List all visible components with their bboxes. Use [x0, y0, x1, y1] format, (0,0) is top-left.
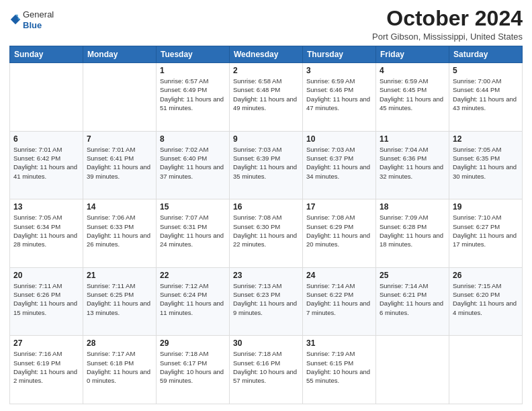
- table-row: 29Sunrise: 7:18 AM Sunset: 6:17 PM Dayli…: [157, 336, 230, 404]
- day-number: 25: [380, 271, 445, 280]
- table-row: 23Sunrise: 7:13 AM Sunset: 6:23 PM Dayli…: [230, 267, 303, 336]
- calendar-header-row: Sunday Monday Tuesday Wednesday Thursday…: [10, 46, 523, 63]
- table-row: 19Sunrise: 7:10 AM Sunset: 6:27 PM Dayli…: [449, 199, 523, 268]
- table-row: 11Sunrise: 7:04 AM Sunset: 6:36 PM Dayli…: [376, 131, 449, 199]
- day-number: 16: [233, 202, 299, 212]
- table-row: 9Sunrise: 7:03 AM Sunset: 6:39 PM Daylig…: [230, 131, 303, 199]
- day-info: Sunrise: 7:00 AM Sunset: 6:44 PM Dayligh…: [453, 77, 519, 112]
- table-row: 4Sunrise: 6:59 AM Sunset: 6:45 PM Daylig…: [376, 63, 449, 132]
- day-info: Sunrise: 6:58 AM Sunset: 6:48 PM Dayligh…: [233, 77, 299, 112]
- day-info: Sunrise: 7:11 AM Sunset: 6:25 PM Dayligh…: [87, 281, 152, 317]
- day-info: Sunrise: 6:59 AM Sunset: 6:46 PM Dayligh…: [306, 77, 372, 112]
- day-number: 3: [306, 66, 372, 75]
- day-number: 1: [160, 66, 226, 75]
- table-row: 20Sunrise: 7:11 AM Sunset: 6:26 PM Dayli…: [10, 267, 83, 336]
- day-info: Sunrise: 6:59 AM Sunset: 6:45 PM Dayligh…: [380, 77, 445, 112]
- day-info: Sunrise: 7:15 AM Sunset: 6:20 PM Dayligh…: [453, 281, 519, 317]
- table-row: [83, 63, 157, 132]
- day-info: Sunrise: 7:07 AM Sunset: 6:31 PM Dayligh…: [160, 213, 226, 248]
- day-number: 24: [306, 271, 372, 280]
- day-number: 21: [87, 271, 152, 280]
- day-number: 11: [380, 134, 445, 144]
- logo-general-text: General: [23, 9, 54, 20]
- day-number: 26: [453, 271, 519, 280]
- table-row: 21Sunrise: 7:11 AM Sunset: 6:25 PM Dayli…: [83, 267, 157, 336]
- logo-blue-text: Blue: [23, 20, 54, 31]
- day-number: 12: [453, 134, 519, 144]
- day-number: 7: [87, 134, 152, 144]
- day-number: 18: [380, 202, 445, 212]
- day-number: 27: [13, 338, 79, 348]
- table-row: [10, 63, 83, 132]
- table-row: 14Sunrise: 7:06 AM Sunset: 6:33 PM Dayli…: [83, 199, 157, 268]
- day-info: Sunrise: 7:10 AM Sunset: 6:27 PM Dayligh…: [453, 213, 519, 248]
- day-info: Sunrise: 7:18 AM Sunset: 6:16 PM Dayligh…: [233, 349, 299, 385]
- day-info: Sunrise: 7:06 AM Sunset: 6:33 PM Dayligh…: [87, 213, 152, 248]
- table-row: 2Sunrise: 6:58 AM Sunset: 6:48 PM Daylig…: [230, 63, 303, 132]
- col-thursday: Thursday: [303, 46, 376, 63]
- day-number: 29: [160, 338, 226, 348]
- day-number: 13: [13, 202, 79, 212]
- table-row: 28Sunrise: 7:17 AM Sunset: 6:18 PM Dayli…: [83, 336, 157, 404]
- col-sunday: Sunday: [10, 46, 83, 63]
- calendar-table: Sunday Monday Tuesday Wednesday Thursday…: [9, 46, 523, 404]
- table-row: 6Sunrise: 7:01 AM Sunset: 6:42 PM Daylig…: [10, 131, 83, 199]
- col-monday: Monday: [83, 46, 157, 63]
- day-number: 14: [87, 202, 152, 212]
- table-row: 26Sunrise: 7:15 AM Sunset: 6:20 PM Dayli…: [449, 267, 523, 336]
- day-info: Sunrise: 7:05 AM Sunset: 6:34 PM Dayligh…: [13, 213, 79, 248]
- day-number: 5: [453, 66, 519, 75]
- location: Port Gibson, Mississippi, United States: [372, 32, 523, 42]
- table-row: 24Sunrise: 7:14 AM Sunset: 6:22 PM Dayli…: [303, 267, 376, 336]
- day-info: Sunrise: 7:08 AM Sunset: 6:29 PM Dayligh…: [306, 213, 372, 248]
- day-number: 15: [160, 202, 226, 212]
- table-row: 15Sunrise: 7:07 AM Sunset: 6:31 PM Dayli…: [157, 199, 230, 268]
- day-info: Sunrise: 7:14 AM Sunset: 6:22 PM Dayligh…: [306, 281, 372, 317]
- day-info: Sunrise: 7:03 AM Sunset: 6:37 PM Dayligh…: [306, 145, 372, 181]
- day-info: Sunrise: 7:17 AM Sunset: 6:18 PM Dayligh…: [87, 349, 152, 385]
- day-number: 8: [160, 134, 226, 144]
- day-info: Sunrise: 7:04 AM Sunset: 6:36 PM Dayligh…: [380, 145, 445, 181]
- month-title: October 2024: [372, 7, 523, 30]
- logo-icon: [9, 13, 21, 26]
- calendar-week-row: 13Sunrise: 7:05 AM Sunset: 6:34 PM Dayli…: [10, 199, 523, 268]
- table-row: 1Sunrise: 6:57 AM Sunset: 6:49 PM Daylig…: [157, 63, 230, 132]
- table-row: 7Sunrise: 7:01 AM Sunset: 6:41 PM Daylig…: [83, 131, 157, 199]
- table-row: 8Sunrise: 7:02 AM Sunset: 6:40 PM Daylig…: [157, 131, 230, 199]
- day-info: Sunrise: 7:13 AM Sunset: 6:23 PM Dayligh…: [233, 281, 299, 317]
- day-info: Sunrise: 7:08 AM Sunset: 6:30 PM Dayligh…: [233, 213, 299, 248]
- table-row: [449, 336, 523, 404]
- day-info: Sunrise: 6:57 AM Sunset: 6:49 PM Dayligh…: [160, 77, 226, 112]
- calendar-week-row: 1Sunrise: 6:57 AM Sunset: 6:49 PM Daylig…: [10, 63, 523, 132]
- day-info: Sunrise: 7:01 AM Sunset: 6:41 PM Dayligh…: [87, 145, 152, 181]
- col-saturday: Saturday: [449, 46, 523, 63]
- day-number: 31: [306, 338, 372, 348]
- table-row: 10Sunrise: 7:03 AM Sunset: 6:37 PM Dayli…: [303, 131, 376, 199]
- page: General Blue October 2024 Port Gibson, M…: [0, 0, 532, 411]
- day-number: 6: [13, 134, 79, 144]
- day-info: Sunrise: 7:18 AM Sunset: 6:17 PM Dayligh…: [160, 349, 226, 385]
- calendar-week-row: 6Sunrise: 7:01 AM Sunset: 6:42 PM Daylig…: [10, 131, 523, 199]
- table-row: 12Sunrise: 7:05 AM Sunset: 6:35 PM Dayli…: [449, 131, 523, 199]
- day-number: 30: [233, 338, 299, 348]
- day-number: 4: [380, 66, 445, 75]
- calendar-week-row: 20Sunrise: 7:11 AM Sunset: 6:26 PM Dayli…: [10, 267, 523, 336]
- table-row: 17Sunrise: 7:08 AM Sunset: 6:29 PM Dayli…: [303, 199, 376, 268]
- day-number: 10: [306, 134, 372, 144]
- logo: General Blue: [9, 9, 54, 30]
- day-info: Sunrise: 7:03 AM Sunset: 6:39 PM Dayligh…: [233, 145, 299, 181]
- header: General Blue October 2024 Port Gibson, M…: [9, 7, 523, 42]
- day-info: Sunrise: 7:02 AM Sunset: 6:40 PM Dayligh…: [160, 145, 226, 181]
- col-friday: Friday: [376, 46, 449, 63]
- day-info: Sunrise: 7:12 AM Sunset: 6:24 PM Dayligh…: [160, 281, 226, 317]
- day-info: Sunrise: 7:09 AM Sunset: 6:28 PM Dayligh…: [380, 213, 445, 248]
- day-number: 20: [13, 271, 79, 280]
- day-info: Sunrise: 7:11 AM Sunset: 6:26 PM Dayligh…: [13, 281, 79, 317]
- day-number: 23: [233, 271, 299, 280]
- table-row: [376, 336, 449, 404]
- day-info: Sunrise: 7:01 AM Sunset: 6:42 PM Dayligh…: [13, 145, 79, 181]
- table-row: 13Sunrise: 7:05 AM Sunset: 6:34 PM Dayli…: [10, 199, 83, 268]
- title-block: October 2024 Port Gibson, Mississippi, U…: [372, 7, 523, 42]
- table-row: 25Sunrise: 7:14 AM Sunset: 6:21 PM Dayli…: [376, 267, 449, 336]
- day-info: Sunrise: 7:14 AM Sunset: 6:21 PM Dayligh…: [380, 281, 445, 317]
